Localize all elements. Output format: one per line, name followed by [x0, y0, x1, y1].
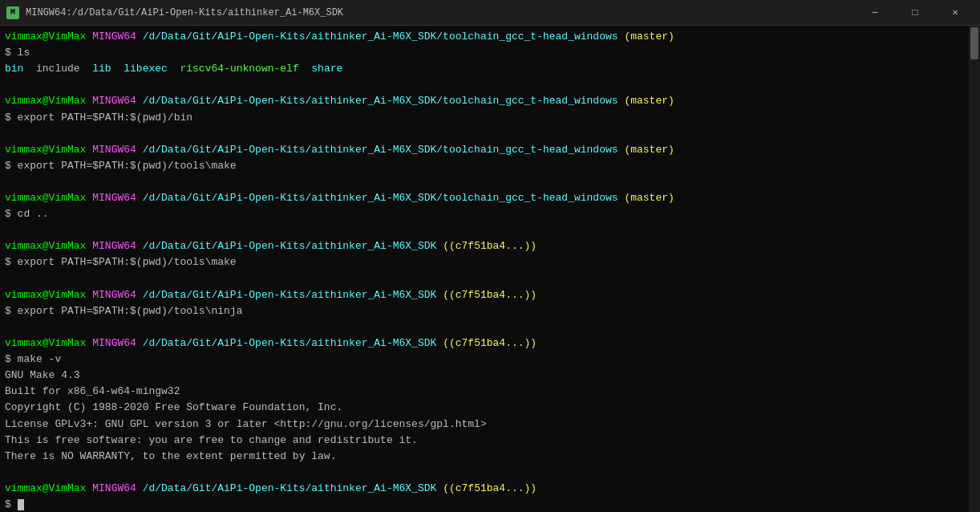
command-line: $ ls: [5, 45, 975, 61]
terminal-content: vimmax@VimMax MINGW64 /d/Data/Git/AiPi-O…: [5, 29, 975, 512]
prompt-line: vimmax@VimMax MINGW64 /d/Data/Git/AiPi-O…: [5, 190, 975, 206]
ls-item: riscv64-unknown-elf: [180, 63, 298, 75]
command-line: $ export PATH=$PATH:$(pwd)/tools\make: [5, 158, 975, 174]
command-line: $ export PATH=$PATH:$(pwd)/tools\ninja: [5, 303, 975, 319]
ls-item: include: [36, 63, 80, 75]
close-button[interactable]: ✕: [937, 0, 974, 26]
terminal-cursor: [18, 499, 24, 510]
output-line: License GPLv3+: GNU GPL version 3 or lat…: [5, 417, 975, 433]
ls-item: lib: [92, 63, 111, 75]
maximize-button[interactable]: □: [897, 0, 933, 26]
prompt-line: vimmax@VimMax MINGW64 /d/Data/Git/AiPi-O…: [5, 287, 975, 303]
empty-line: [5, 77, 975, 93]
titlebar: M MINGW64:/d/Data/Git/AiPi-Open-Kits/ait…: [0, 0, 980, 26]
scrollbar[interactable]: [969, 26, 980, 512]
empty-line: [5, 465, 975, 481]
scrollbar-thumb[interactable]: [970, 27, 978, 59]
output-line: This is free software: you are free to c…: [5, 433, 975, 449]
output-line: Built for x86_64-w64-mingw32: [5, 384, 975, 400]
command-line: $ make -v: [5, 351, 975, 368]
output-line: Copyright (C) 1988-2020 Free Software Fo…: [5, 400, 975, 416]
empty-line: [5, 174, 975, 190]
command-line: $ cd ..: [5, 206, 975, 222]
cursor-line: $: [5, 497, 975, 512]
ls-item: bin: [5, 63, 23, 75]
empty-line: [5, 271, 975, 287]
ls-item: share: [311, 63, 342, 75]
minimize-button[interactable]: ─: [856, 0, 893, 26]
terminal-body[interactable]: vimmax@VimMax MINGW64 /d/Data/Git/AiPi-O…: [0, 26, 980, 512]
window-controls: ─ □ ✕: [856, 0, 974, 26]
prompt-line: vimmax@VimMax MINGW64 /d/Data/Git/AiPi-O…: [5, 481, 975, 497]
output-line: There is NO WARRANTY, to the extent perm…: [5, 449, 975, 465]
prompt-line: vimmax@VimMax MINGW64 /d/Data/Git/AiPi-O…: [5, 335, 975, 351]
output-line: GNU Make 4.3: [5, 368, 975, 384]
empty-line: [5, 319, 975, 335]
command-line: $ export PATH=$PATH:$(pwd)/tools\make: [5, 254, 975, 270]
window-icon: M: [6, 6, 19, 19]
window-title: MINGW64:/d/Data/Git/AiPi-Open-Kits/aithi…: [26, 7, 856, 18]
prompt-line: vimmax@VimMax MINGW64 /d/Data/Git/AiPi-O…: [5, 93, 975, 109]
terminal-window: M MINGW64:/d/Data/Git/AiPi-Open-Kits/ait…: [0, 0, 980, 512]
empty-line: [5, 222, 975, 238]
ls-output-line: bin include lib libexec riscv64-unknown-…: [5, 61, 975, 77]
prompt-line: vimmax@VimMax MINGW64 /d/Data/Git/AiPi-O…: [5, 238, 975, 254]
prompt-line: vimmax@VimMax MINGW64 /d/Data/Git/AiPi-O…: [5, 142, 975, 158]
empty-line: [5, 126, 975, 142]
prompt-line: vimmax@VimMax MINGW64 /d/Data/Git/AiPi-O…: [5, 29, 975, 45]
command-line: $ export PATH=$PATH:$(pwd)/bin: [5, 110, 975, 126]
ls-item: libexec: [124, 63, 168, 75]
